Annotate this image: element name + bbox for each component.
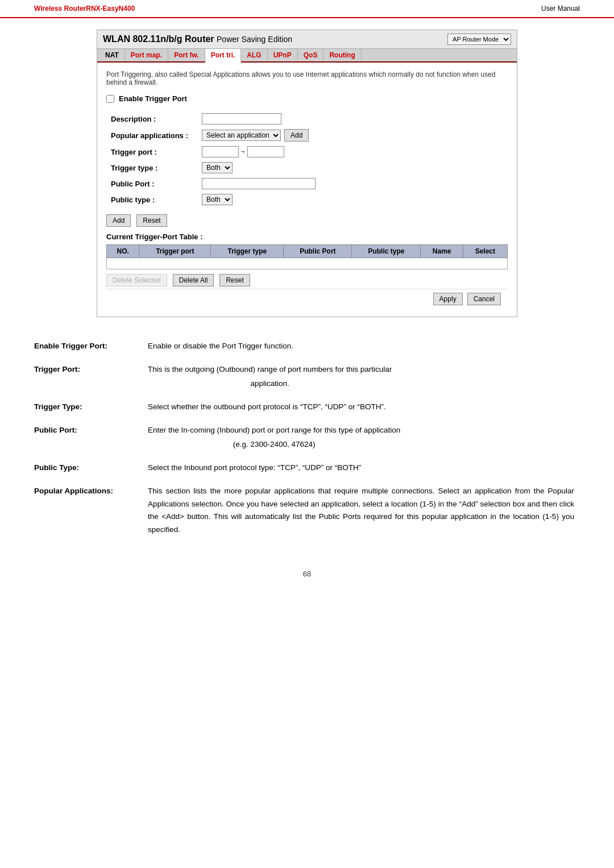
trigger-port-separator: ~ — [241, 148, 245, 156]
nav-nat[interactable]: NAT — [99, 49, 125, 61]
popular-apps-label: Popular applications : — [106, 127, 197, 144]
documentation-section: Enable Trigger Port: Enable or disable t… — [34, 334, 580, 553]
doc-desc-1: This is the outgoing (Outbound) range of… — [148, 363, 392, 391]
trigger-table-title: Current Trigger-Port Table : — [106, 232, 508, 241]
description-input[interactable] — [202, 113, 281, 124]
nav-bar: NAT Port map. Port fw. Port tri. ALG UPn… — [97, 49, 517, 63]
popular-apps-add-button[interactable]: Add — [284, 129, 309, 142]
doc-public-type: Public Type: Select the Inbound port pro… — [34, 462, 574, 475]
reset-button[interactable]: Reset — [136, 214, 167, 227]
doc-term-0: Enable Trigger Port: — [34, 340, 148, 353]
doc-public-port: Public Port: Enter the In-coming (Inboun… — [34, 424, 574, 451]
col-no: NO. — [107, 245, 139, 258]
apply-button[interactable]: Apply — [433, 293, 463, 305]
main-content: WLAN 802.11n/b/g Router Power Saving Edi… — [0, 24, 614, 584]
nav-upnp[interactable]: UPnP — [268, 49, 298, 61]
delete-all-button[interactable]: Delete All — [173, 274, 214, 286]
ap-mode-select[interactable]: AP Router Mode — [447, 34, 511, 45]
table-reset-button[interactable]: Reset — [219, 274, 250, 286]
trigger-port-label: Trigger port : — [106, 144, 197, 160]
popular-apps-select[interactable]: Select an application — [202, 130, 281, 141]
col-name: Name — [421, 245, 463, 258]
trigger-type-label: Trigger type : — [106, 160, 197, 176]
doc-desc-4: Select the Inbound port protocol type: “… — [148, 462, 361, 475]
doc-trigger-type: Trigger Type: Select whether the outboun… — [34, 401, 574, 414]
form-action-row: Add Reset — [106, 214, 508, 227]
nav-port-tri[interactable]: Port tri. — [205, 49, 242, 63]
panel-body: Port Triggering, also called Special App… — [97, 63, 517, 317]
delete-selected-button[interactable]: Delete Selected — [106, 274, 167, 286]
doc-desc-0: Enable or disable the Port Trigger funct… — [148, 340, 293, 353]
doc-term-4: Public Type: — [34, 462, 148, 475]
nav-routing[interactable]: Routing — [323, 49, 361, 61]
trigger-table-header: NO. Trigger port Trigger type Public Por… — [107, 245, 508, 258]
trigger-port-row: Trigger port : ~ — [106, 144, 508, 160]
col-public-port: Public Port — [284, 245, 352, 258]
col-trigger-type: Trigger type — [211, 245, 284, 258]
description-label: Description : — [106, 111, 197, 127]
trigger-port-controls: ~ — [202, 146, 503, 157]
doc-popular-apps: Popular Applications: This section lists… — [34, 485, 574, 537]
empty-row — [107, 258, 508, 269]
doc-term-1: Trigger Port: — [34, 363, 148, 391]
trigger-table: NO. Trigger port Trigger type Public Por… — [106, 244, 508, 269]
nav-port-map[interactable]: Port map. — [125, 49, 168, 61]
trigger-table-header-row: NO. Trigger port Trigger type Public Por… — [107, 245, 508, 258]
page-header: Wireless RouterRNX-EasyN400 User Manual — [0, 0, 614, 18]
trigger-port-end-input[interactable] — [247, 146, 284, 157]
trigger-table-body — [107, 258, 508, 269]
nav-alg[interactable]: ALG — [241, 49, 267, 61]
public-port-input[interactable] — [202, 178, 316, 189]
router-title: WLAN 802.11n/b/g Router Power Saving Edi… — [103, 34, 292, 44]
col-trigger-port: Trigger port — [139, 245, 211, 258]
description-row: Description : — [106, 111, 508, 127]
doc-term-5: Popular Applications: — [34, 485, 148, 537]
popular-apps-controls: Select an application Add — [202, 129, 503, 142]
trigger-type-row: Trigger type : Both TCP UDP — [106, 160, 508, 176]
add-button[interactable]: Add — [106, 214, 131, 227]
doc-desc-2: Select whether the outbound port protoco… — [148, 401, 386, 414]
public-port-row: Public Port : — [106, 176, 508, 192]
page-number: 68 — [34, 570, 580, 578]
manual-label: User Manual — [541, 5, 580, 13]
col-select: Select — [463, 245, 507, 258]
public-type-label: Public type : — [106, 192, 197, 207]
brand-model: RNX-EasyN400 — [86, 5, 135, 13]
table-actions: Delete Selected Delete All Reset — [106, 274, 508, 286]
brand-name: Wireless RouterRNX-EasyN400 — [34, 5, 135, 13]
popular-apps-row: Popular applications : Select an applica… — [106, 127, 508, 144]
doc-enable-trigger: Enable Trigger Port: Enable or disable t… — [34, 340, 574, 353]
enable-trigger-checkbox[interactable] — [106, 95, 114, 103]
router-panel: WLAN 802.11n/b/g Router Power Saving Edi… — [97, 30, 517, 317]
form-table: Description : Popular applications : Sel… — [106, 111, 508, 207]
bottom-bar: Apply Cancel — [106, 289, 508, 309]
router-title-bar: WLAN 802.11n/b/g Router Power Saving Edi… — [97, 30, 517, 49]
public-type-row: Public type : Both TCP UDP — [106, 192, 508, 207]
enable-trigger-label: Enable Trigger Port — [119, 94, 187, 103]
doc-term-2: Trigger Type: — [34, 401, 148, 414]
enable-trigger-row: Enable Trigger Port — [106, 94, 508, 103]
trigger-type-select[interactable]: Both TCP UDP — [202, 162, 233, 173]
public-port-label: Public Port : — [106, 176, 197, 192]
doc-trigger-port: Trigger Port: This is the outgoing (Outb… — [34, 363, 574, 391]
nav-port-fw[interactable]: Port fw. — [168, 49, 205, 61]
cancel-button[interactable]: Cancel — [467, 293, 501, 305]
public-type-select[interactable]: Both TCP UDP — [202, 194, 233, 205]
trigger-port-start-input[interactable] — [202, 146, 239, 157]
brand-wireless: Wireless Router — [34, 5, 86, 13]
col-public-type: Public type — [352, 245, 421, 258]
doc-desc-5: This section lists the more popular appl… — [148, 485, 574, 537]
doc-term-3: Public Port: — [34, 424, 148, 451]
info-text: Port Triggering, also called Special App… — [106, 70, 508, 86]
nav-qos[interactable]: QoS — [298, 49, 324, 61]
doc-desc-3: Enter the In-coming (Inbound) port or po… — [148, 424, 400, 451]
